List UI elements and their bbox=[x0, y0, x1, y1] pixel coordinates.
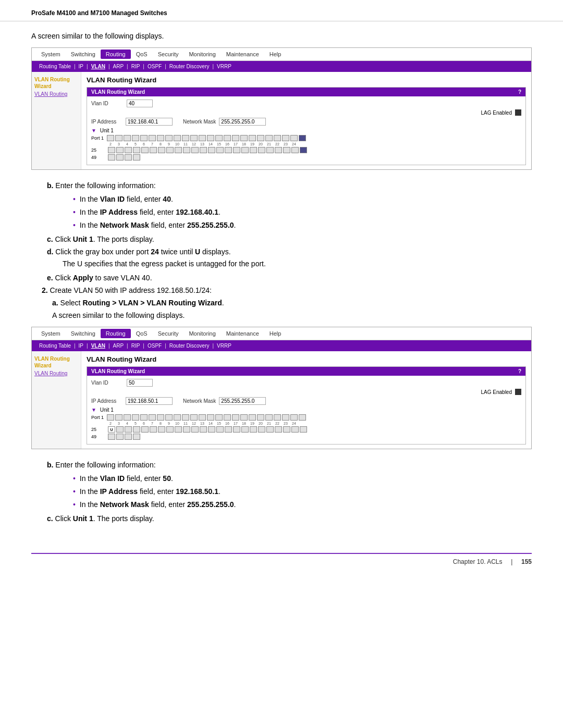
p2-port-11[interactable] bbox=[190, 414, 198, 421]
p2-port-44[interactable] bbox=[266, 426, 274, 433]
port-30[interactable] bbox=[150, 147, 157, 153]
subnav-vlan-2[interactable]: VLAN bbox=[88, 342, 108, 350]
port-38[interactable] bbox=[216, 147, 224, 153]
port-24-marked[interactable] bbox=[299, 135, 306, 141]
port-31[interactable] bbox=[158, 147, 165, 153]
subnav-ospf-2[interactable]: OSPF bbox=[144, 342, 165, 350]
port-51[interactable] bbox=[125, 154, 132, 161]
nav-maintenance-2[interactable]: Maintenance bbox=[221, 329, 264, 338]
p2-port-36[interactable] bbox=[200, 426, 207, 433]
port-37[interactable] bbox=[208, 147, 215, 153]
port-36[interactable] bbox=[200, 147, 207, 153]
port-42[interactable] bbox=[250, 147, 257, 153]
port-16[interactable] bbox=[232, 135, 239, 141]
nav-help-1[interactable]: Help bbox=[264, 50, 287, 59]
nav-security-2[interactable]: Security bbox=[153, 329, 184, 338]
p2-port-5[interactable] bbox=[140, 414, 148, 421]
port-48[interactable] bbox=[300, 147, 307, 153]
sidebar-vlan-routing-1[interactable]: VLAN Routing bbox=[34, 91, 78, 97]
p2-port-6[interactable] bbox=[149, 414, 156, 421]
subnav-rip-1[interactable]: RIP bbox=[128, 63, 143, 70]
p2-port-35[interactable] bbox=[191, 426, 199, 433]
sidebar-vlan-routing-wizard-2[interactable]: VLAN Routing Wizard bbox=[34, 355, 78, 369]
p2-port-21[interactable] bbox=[274, 414, 281, 421]
sidebar-vlan-routing-wizard-1[interactable]: VLAN Routing Wizard bbox=[34, 76, 78, 90]
ip-input-2[interactable] bbox=[126, 397, 173, 405]
p2-port-33[interactable] bbox=[175, 426, 182, 433]
port-45[interactable] bbox=[275, 147, 282, 153]
p2-port-27[interactable] bbox=[125, 426, 132, 433]
subnav-vlan-1[interactable]: VLAN bbox=[88, 63, 108, 70]
wizard-help-icon-1[interactable]: ? bbox=[518, 89, 521, 95]
port-39[interactable] bbox=[225, 147, 232, 153]
port-52[interactable] bbox=[133, 154, 140, 161]
nav-qos-2[interactable]: QoS bbox=[131, 329, 153, 338]
p2-port-19[interactable] bbox=[257, 414, 264, 421]
subnav-ip-1[interactable]: IP bbox=[76, 63, 87, 70]
p2-port-43[interactable] bbox=[258, 426, 265, 433]
p2-port-2[interactable] bbox=[115, 414, 123, 421]
nav-monitoring-1[interactable]: Monitoring bbox=[183, 50, 221, 59]
nav-system-2[interactable]: System bbox=[36, 329, 66, 338]
p2-port-22[interactable] bbox=[282, 414, 289, 421]
port-20[interactable] bbox=[265, 135, 273, 141]
port-4[interactable] bbox=[132, 135, 139, 141]
port-49[interactable] bbox=[108, 154, 115, 161]
subnav-routerdiscovery-1[interactable]: Router Discovery bbox=[166, 63, 213, 70]
nav-qos-1[interactable]: QoS bbox=[131, 50, 153, 59]
port-46[interactable] bbox=[283, 147, 290, 153]
p2-port-7[interactable] bbox=[157, 414, 164, 421]
vlanid-input-2[interactable] bbox=[127, 379, 153, 387]
p2-port-38[interactable] bbox=[216, 426, 224, 433]
port-11[interactable] bbox=[190, 135, 198, 141]
port-41[interactable] bbox=[241, 147, 249, 153]
mask-input-2[interactable] bbox=[219, 397, 266, 405]
port-5[interactable] bbox=[140, 135, 148, 141]
subnav-arp-1[interactable]: ARP bbox=[110, 63, 127, 70]
nav-security-1[interactable]: Security bbox=[153, 50, 184, 59]
port-40[interactable] bbox=[233, 147, 240, 153]
port-8[interactable] bbox=[165, 135, 173, 141]
wizard-help-icon-2[interactable]: ? bbox=[518, 368, 521, 374]
port-13[interactable] bbox=[207, 135, 214, 141]
sidebar-vlan-routing-2[interactable]: VLAN Routing bbox=[34, 370, 78, 377]
port-21[interactable] bbox=[274, 135, 281, 141]
p2-port-14[interactable] bbox=[215, 414, 223, 421]
p2-port-39[interactable] bbox=[225, 426, 232, 433]
port-17[interactable] bbox=[240, 135, 248, 141]
port-19[interactable] bbox=[257, 135, 264, 141]
subnav-vrrp-1[interactable]: VRRP bbox=[214, 63, 235, 70]
port-44[interactable] bbox=[266, 147, 274, 153]
p2-port-41[interactable] bbox=[241, 426, 249, 433]
lag-checkbox-1[interactable] bbox=[515, 109, 521, 116]
p2-port-8[interactable] bbox=[165, 414, 173, 421]
port-43[interactable] bbox=[258, 147, 265, 153]
port-14[interactable] bbox=[215, 135, 223, 141]
p2-port-16[interactable] bbox=[232, 414, 239, 421]
nav-system-1[interactable]: System bbox=[36, 50, 66, 59]
p2-port-31[interactable] bbox=[158, 426, 165, 433]
unit-toggle-2[interactable]: ▼ bbox=[91, 407, 96, 413]
nav-routing-1[interactable]: Routing bbox=[101, 50, 131, 59]
p2-port-1[interactable] bbox=[107, 414, 114, 421]
p2-port-51[interactable] bbox=[125, 434, 132, 440]
subnav-ip-2[interactable]: IP bbox=[76, 342, 87, 350]
p2-port-4[interactable] bbox=[132, 414, 139, 421]
port-33[interactable] bbox=[175, 147, 182, 153]
subnav-vrrp-2[interactable]: VRRP bbox=[214, 342, 235, 350]
p2-port-34[interactable] bbox=[183, 426, 190, 433]
port-34[interactable] bbox=[183, 147, 190, 153]
subnav-routerdiscovery-2[interactable]: Router Discovery bbox=[166, 342, 213, 350]
nav-monitoring-2[interactable]: Monitoring bbox=[183, 329, 221, 338]
port-35[interactable] bbox=[191, 147, 199, 153]
port-32[interactable] bbox=[166, 147, 174, 153]
port-1[interactable] bbox=[107, 135, 114, 141]
port-15[interactable] bbox=[224, 135, 231, 141]
p2-port-25-u[interactable]: U bbox=[108, 426, 115, 433]
nav-switching-1[interactable]: Switching bbox=[66, 50, 101, 59]
subnav-ospf-1[interactable]: OSPF bbox=[144, 63, 165, 70]
p2-port-40[interactable] bbox=[233, 426, 240, 433]
port-47[interactable] bbox=[291, 147, 299, 153]
p2-port-28[interactable] bbox=[133, 426, 140, 433]
p2-port-3[interactable] bbox=[124, 414, 131, 421]
